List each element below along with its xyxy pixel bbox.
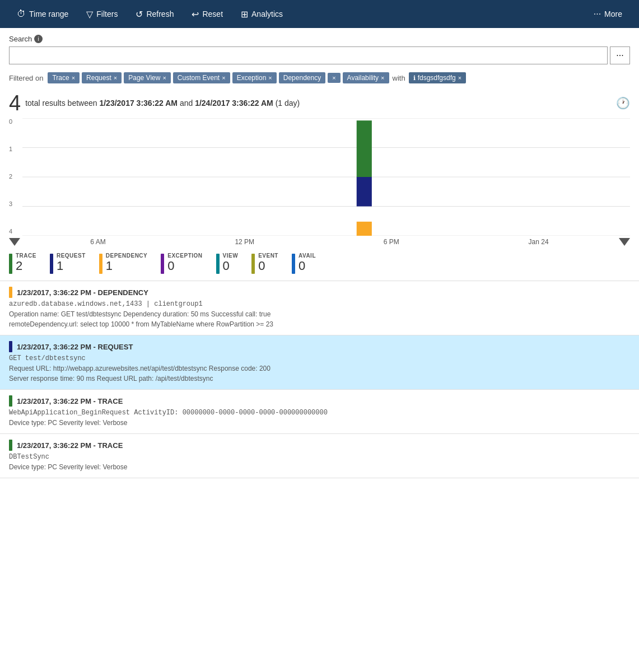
result-item-dependency[interactable]: 1/23/2017, 3:36:22 PM - DEPENDENCY azure… (0, 281, 639, 335)
result-trace2-header: 1/23/2017, 3:36:22 PM - TRACE (9, 440, 630, 451)
toolbar-time-range-label: Time range (29, 10, 68, 18)
filter-tag-exception[interactable]: Exception × (232, 72, 277, 83)
results-start-date: 1/23/2017 3:36:22 AM (99, 99, 178, 108)
search-label: Search i (9, 35, 630, 43)
filter-tag-pageview[interactable]: Page View × (124, 72, 171, 83)
legend-avail[interactable]: AVAIL 0 (292, 253, 316, 274)
result-trace2-color-bar (9, 440, 12, 451)
chart-x-labels: 6 AM 12 PM 6 PM Jan 24 (20, 238, 619, 246)
filter-tag-trace-remove[interactable]: × (72, 74, 75, 81)
chart-svg (22, 118, 630, 236)
result-item-request[interactable]: 1/23/2017, 3:36:22 PM - REQUEST GET test… (0, 335, 639, 390)
result-trace1-header: 1/23/2017, 3:36:22 PM - TRACE (9, 395, 630, 407)
legend-request-bar (50, 254, 53, 274)
svg-rect-5 (357, 120, 372, 177)
toolbar-more[interactable]: ··· More (586, 4, 630, 24)
chart-container: 4 3 2 1 0 (0, 118, 639, 248)
legend-view-name: VIEW (223, 253, 239, 259)
legend-trace[interactable]: TRACE 2 (9, 253, 36, 274)
legend-dependency-bar (99, 254, 102, 274)
result-dep-detail2: remoteDependency.url: select top 10000 *… (9, 319, 630, 329)
result-item-trace2[interactable]: 1/23/2017, 3:36:22 PM - TRACE DBTestSync… (0, 434, 639, 478)
legend-exception[interactable]: EXCEPTION 0 (161, 253, 202, 274)
toolbar-filters-label: Filters (96, 10, 118, 18)
result-trace2-detail1: Device type: PC Severity level: Verbose (9, 462, 630, 472)
legend-request[interactable]: REQUEST 1 (50, 253, 86, 274)
filter-tag-pageview-remove[interactable]: × (162, 74, 166, 81)
result-dep-header: 1/23/2017, 3:36:22 PM - DEPENDENCY (9, 287, 630, 298)
legend-event[interactable]: EVENT 0 (251, 253, 278, 274)
filter-tag-with-remove[interactable]: × (458, 74, 461, 81)
result-req-subtitle: GET test/dbtestsync (9, 354, 630, 362)
result-trace1-title: 1/23/2017, 3:36:22 PM - TRACE (17, 397, 123, 405)
toolbar-filters[interactable]: ▽ Filters (78, 4, 125, 24)
result-dep-detail1: Operation name: GET test/dbtestsync Depe… (9, 309, 630, 319)
filter-tag-with-value[interactable]: ℹ fdsgsdfgsdfg × (409, 72, 466, 83)
search-label-text: Search (9, 35, 32, 43)
filter-icon: ▽ (86, 9, 93, 20)
chart-wrapper: 4 3 2 1 0 (9, 118, 630, 236)
filter-tag-availability-remove[interactable]: × (381, 74, 384, 81)
result-dep-subtitle: azuredb.database.windows.net,1433 | clie… (9, 300, 630, 308)
legend-dependency-name: DEPENDENCY (106, 253, 147, 259)
results-text: total results between 1/23/2017 3:36:22 … (25, 99, 616, 108)
filter-tag-dependency-remove[interactable]: × (332, 74, 335, 81)
svg-rect-7 (357, 222, 372, 236)
legend-event-count: 0 (258, 259, 278, 273)
filter-tag-request[interactable]: Request × (82, 72, 122, 83)
filter-row: Filtered on Trace × Request × Page View … (0, 69, 639, 87)
chart-y-labels: 4 3 2 1 0 (9, 118, 12, 236)
legend-dependency-count: 1 (106, 259, 147, 273)
search-input[interactable] (9, 46, 608, 64)
clock-icon: ⏱ (17, 9, 26, 19)
results-count: 4 (9, 92, 21, 114)
legend-trace-count: 2 (16, 259, 36, 273)
toolbar-time-range[interactable]: ⏱ Time range (9, 4, 76, 24)
chart-right-triangle[interactable] (619, 238, 630, 246)
filter-tag-exception-remove[interactable]: × (268, 74, 272, 81)
analytics-icon: ⊞ (241, 9, 248, 20)
filter-tag-availability[interactable]: Availability × (343, 72, 389, 83)
legend-request-name: REQUEST (57, 253, 86, 259)
filter-label: Filtered on (9, 74, 43, 82)
toolbar-refresh[interactable]: ↺ Refresh (128, 4, 181, 24)
legend-exception-count: 0 (167, 259, 202, 273)
search-area: Search i ··· (0, 28, 639, 69)
search-row: ··· (9, 46, 630, 64)
chart-plot[interactable] (22, 118, 630, 236)
result-trace1-subtitle: WebApiApplication_BeginRequest ActivityI… (9, 409, 630, 417)
filter-tag-dependency[interactable]: Dependency (279, 72, 325, 83)
chart-left-triangle[interactable] (9, 238, 20, 246)
legend-event-name: EVENT (258, 253, 278, 259)
legend-event-bar (251, 254, 255, 274)
result-trace1-detail1: Device type: PC Severity level: Verbose (9, 418, 630, 428)
result-trace2-subtitle: DBTestSync (9, 453, 630, 461)
filter-tag-dependency-x[interactable]: × (328, 73, 340, 83)
toolbar: ⏱ Time range ▽ Filters ↺ Refresh ↩ Reset… (0, 0, 639, 28)
search-info-icon[interactable]: i (34, 35, 43, 43)
results-duration: (1 day) (276, 99, 300, 108)
legend-dependency[interactable]: DEPENDENCY 1 (99, 253, 147, 274)
results-list: 1/23/2017, 3:36:22 PM - DEPENDENCY azure… (0, 281, 639, 478)
search-more-button[interactable]: ··· (610, 46, 630, 64)
toolbar-more-label: More (604, 10, 622, 18)
legend-view-count: 0 (223, 259, 239, 273)
toolbar-analytics[interactable]: ⊞ Analytics (233, 4, 291, 24)
filter-tag-customevent[interactable]: Custom Event × (173, 72, 230, 83)
result-req-detail1: Request URL: http://webapp.azurewebsites… (9, 363, 630, 374)
history-icon[interactable]: 🕐 (616, 96, 630, 110)
with-info-icon: ℹ (413, 74, 416, 82)
result-req-title: 1/23/2017, 3:36:22 PM - REQUEST (17, 343, 133, 351)
legend-trace-bar (9, 254, 12, 274)
toolbar-reset[interactable]: ↩ Reset (184, 4, 231, 24)
legend-avail-count: 0 (298, 259, 316, 273)
legend-exception-bar (161, 254, 164, 274)
legend-view[interactable]: VIEW 0 (216, 253, 239, 274)
reset-icon: ↩ (192, 9, 199, 20)
result-item-trace1[interactable]: 1/23/2017, 3:36:22 PM - TRACE WebApiAppl… (0, 390, 639, 434)
filter-tag-request-remove[interactable]: × (114, 74, 117, 81)
legend-request-count: 1 (57, 259, 86, 273)
legend-view-bar (216, 254, 220, 274)
filter-tag-customevent-remove[interactable]: × (222, 74, 225, 81)
filter-tag-trace[interactable]: Trace × (48, 72, 80, 83)
